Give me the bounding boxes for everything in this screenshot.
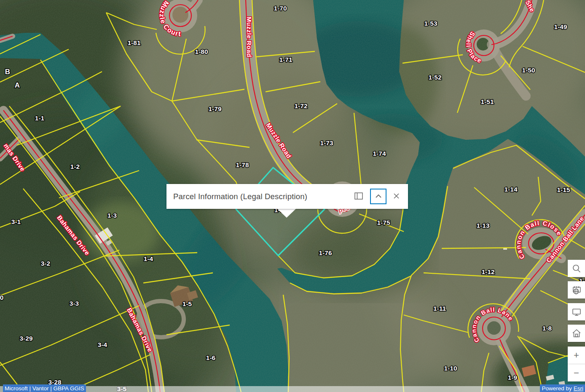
close-button[interactable] (391, 191, 402, 202)
parcel-label: 1-12 (481, 268, 494, 275)
zoom-out-button[interactable]: − (568, 364, 585, 381)
parcel-label: 1-50 (522, 67, 535, 74)
parcel-label: 1-10 (444, 365, 457, 372)
parcel-label: 1-52 (428, 74, 441, 81)
parcel-label: 1-76 (319, 249, 332, 256)
home-icon (572, 329, 581, 338)
parcel-label: 1-4 (144, 255, 153, 262)
parcel-label: 1-5 (182, 300, 192, 307)
screen-icon (572, 307, 582, 317)
parcel-label: 3-3 (70, 300, 79, 307)
parcel-label: 0 (0, 294, 3, 301)
dock-icon (354, 192, 363, 201)
popup-title: Parcel Information (Legal Description) (173, 192, 307, 201)
dock-button[interactable] (353, 191, 364, 202)
parcel-label: 1-6 (206, 354, 216, 361)
parcel-label: 1-81 (127, 39, 140, 46)
parcel-label: 1-14 (504, 186, 517, 193)
parcel-label: 1-73 (320, 139, 333, 147)
parcel-label: 1-71 (279, 56, 292, 63)
parcel-label: 1-1 (35, 115, 45, 122)
parcel-label: B (5, 68, 10, 76)
parcel-label: 1-70 (274, 5, 287, 12)
basemap-icon (572, 285, 582, 295)
home-button[interactable] (568, 325, 585, 342)
parcel-label: 1-8 (542, 325, 552, 332)
parcel-label: 1-15 (557, 186, 570, 193)
parcel-label: 1-49 (554, 23, 567, 30)
popup-callout-arrow (277, 209, 296, 218)
parcel-label: 3-4 (98, 341, 107, 348)
attribution-bar (0, 386, 585, 392)
esri-link[interactable]: Esri (574, 385, 583, 392)
parcel-label: 1-13 (476, 222, 489, 229)
parcel-label: 1-80 (195, 48, 208, 55)
parcel-label: A (15, 81, 20, 89)
parcel-label: 1-79 (208, 105, 221, 112)
collapse-button[interactable] (370, 189, 386, 204)
parcel-label: 3-2 (41, 260, 50, 267)
chevron-up-icon (375, 193, 382, 200)
popup-parcel-information: Parcel Information (Legal Description) (166, 184, 408, 209)
basemap-gallery-button[interactable] (568, 281, 585, 299)
parcel-label: 3-1 (11, 218, 21, 225)
parcel-label: 1-78 (236, 161, 249, 168)
parcel-label: 1-74 (373, 150, 386, 157)
parcel-label: 1-53 (424, 20, 437, 27)
parcel-label: 1-9 (508, 374, 518, 381)
parcel-label: 1-11 (433, 305, 446, 312)
parcel-label: 3-29 (19, 335, 32, 342)
attribution-sources: Microsoft | Vantor | GBPA GGIS (3, 384, 86, 392)
close-icon (393, 193, 400, 200)
search-button[interactable] (568, 260, 585, 277)
gis-map-application: Muzzle RoadMuzzle RoadSheCannon Ball Lan… (0, 0, 585, 392)
parcel-label: 1-72 (294, 102, 307, 109)
powered-by-text: Powered by (542, 385, 572, 392)
parcel-label: 1-75 (377, 219, 390, 226)
zoom-in-button[interactable]: + (568, 347, 585, 364)
screen-button[interactable] (568, 303, 585, 320)
parcel-label: 1-51 (480, 98, 494, 105)
zoom-control-group: + − (568, 347, 585, 381)
parcel-label: 1-2 (70, 163, 80, 170)
attribution-esri: Powered by Esri (540, 384, 585, 392)
parcel-label: 1-3 (107, 212, 117, 219)
road-label: Muzzle Road (246, 17, 253, 57)
search-icon (572, 264, 581, 273)
